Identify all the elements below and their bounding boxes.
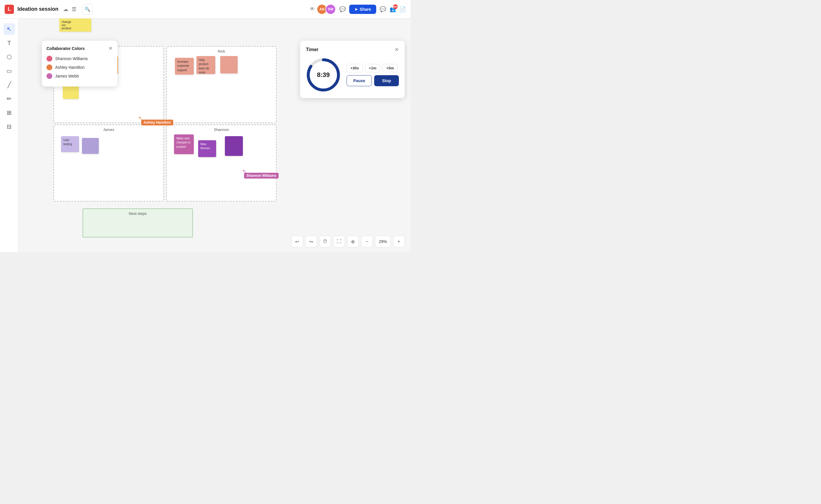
ashley-cursor-label: Ashley Hamilton	[141, 120, 173, 125]
history-button[interactable]: ⏱	[319, 236, 331, 247]
draw-tool[interactable]: ✏	[3, 93, 15, 105]
collab-panel-header: Collaborator Colors ✕	[46, 45, 113, 52]
collaborator-avatars: AH SW	[318, 4, 336, 15]
section-nick: Nick Increase customer support Help prod…	[166, 46, 276, 123]
select-tool[interactable]: ↖	[3, 23, 15, 35]
left-toolbar: ↖ T ⬡ ▭ ╱ ✏ ⊞ ⊟	[0, 19, 19, 252]
avatar-sw[interactable]: SW	[325, 4, 336, 15]
section-shannon: Shannon Make new changes to product New …	[166, 125, 276, 201]
text-tool[interactable]: T	[3, 37, 15, 49]
redo-button[interactable]: ↪	[305, 236, 317, 247]
collab-item-james: James Webb	[46, 73, 113, 79]
zoom-in-icon: +	[397, 239, 400, 244]
timer-header: Timer ✕	[306, 46, 399, 53]
shape-tool[interactable]: ⬡	[3, 51, 15, 63]
fullscreen-icon: ⛶	[337, 239, 341, 244]
collab-item-ashley: Ashley Hamilton	[46, 64, 113, 70]
stop-button[interactable]: Stop	[374, 75, 399, 86]
sticky-customer-support[interactable]: Increase customer support	[175, 58, 194, 75]
shannon-color-dot	[46, 56, 52, 62]
location-button[interactable]: ⊕	[347, 236, 359, 247]
canvas[interactable]: change our product Ashley Adjust comment…	[19, 19, 410, 252]
menu-icon[interactable]: ☰	[72, 6, 76, 12]
next-steps-label: Next steps	[83, 209, 192, 216]
sticky-new-themes[interactable]: New themes	[198, 140, 216, 157]
header: L Ideation session ☁ ☰ 🔍 👁 AH SW 💬 ➤ Sha…	[0, 0, 410, 19]
increment-1m[interactable]: +1m	[365, 64, 380, 72]
partial-sticky: change our product	[59, 19, 91, 32]
cloud-icon[interactable]: ☁	[63, 6, 68, 12]
comment-icon[interactable]: 💬	[339, 6, 346, 12]
page-title: Ideation session	[17, 6, 58, 12]
sticky-james-blank[interactable]	[82, 138, 99, 154]
team-icon[interactable]: 👥 9m	[389, 6, 396, 12]
zoom-out-button[interactable]: −	[361, 236, 373, 247]
shannon-collab-name: Shannon Williams	[55, 56, 88, 61]
eye-icon[interactable]: 👁	[310, 6, 315, 12]
search-button[interactable]: 🔍	[82, 4, 93, 15]
app-logo[interactable]: L	[5, 5, 14, 14]
sticky-user-testing[interactable]: User testing	[61, 136, 79, 152]
ashley-collab-name: Ashley Hamilton	[55, 65, 85, 70]
increment-30s[interactable]: +30s	[346, 64, 362, 72]
share-arrow-icon: ➤	[354, 7, 358, 12]
fullscreen-button[interactable]: ⛶	[333, 236, 345, 247]
bottom-toolbar: ↩ ↪ ⏱ ⛶ ⊕ − 29% +	[291, 236, 405, 247]
zoom-level: 29%	[375, 236, 391, 247]
sticky-shannon-blank[interactable]	[225, 136, 243, 156]
ashley-color-dot	[46, 64, 52, 70]
header-right: 👁 AH SW 💬 ➤ Share 💬 👥 9m 📄	[310, 4, 406, 15]
timer-body: 8:39 +30s +1m +5m Pause Stop	[306, 57, 399, 92]
ashley-cursor: ↖ Ashley Hamilton	[138, 115, 143, 121]
doc-icon[interactable]: 📄	[399, 6, 406, 12]
shannon-cursor: ↖ Shannon Williams	[242, 168, 247, 174]
history-icon: ⏱	[323, 239, 327, 244]
timer-display: 8:39	[317, 71, 330, 79]
james-color-dot	[46, 73, 52, 79]
sticky-make-changes[interactable]: Make new changes to product	[174, 134, 194, 154]
collab-item-shannon: Shannon Williams	[46, 56, 113, 62]
line-tool[interactable]: ╱	[3, 79, 15, 91]
next-steps-section: Next steps	[82, 208, 193, 237]
timer-circle: 8:39	[306, 57, 341, 92]
location-icon: ⊕	[351, 239, 355, 244]
pause-button[interactable]: Pause	[346, 75, 372, 86]
table-tool[interactable]: ⊟	[3, 121, 15, 132]
collaborator-colors-panel: Collaborator Colors ✕ Shannon Williams A…	[42, 41, 117, 87]
timer-close-button[interactable]: ✕	[394, 46, 399, 53]
zoom-out-icon: −	[365, 239, 368, 244]
james-collab-name: James Webb	[55, 74, 79, 78]
undo-icon: ↩	[295, 239, 299, 244]
redo-icon: ↪	[309, 239, 313, 244]
sticky-nick-blank[interactable]	[220, 56, 238, 73]
chat-icon[interactable]: 💬	[380, 6, 386, 12]
collab-panel-title: Collaborator Colors	[46, 46, 85, 51]
zoom-in-button[interactable]: +	[393, 236, 405, 247]
timer-controls: +30s +1m +5m Pause Stop	[346, 64, 399, 86]
search-icon: 🔍	[85, 6, 90, 12]
sticky-help-product[interactable]: Help product team do more	[196, 56, 215, 74]
collab-panel-close[interactable]: ✕	[108, 45, 113, 52]
timer-panel: Timer ✕ 8:39 +30s +1m +5m Pause Stop	[300, 41, 405, 98]
timer-title: Timer	[306, 47, 318, 52]
undo-button[interactable]: ↩	[291, 236, 303, 247]
notification-badge: 9m	[393, 4, 398, 9]
section-james-label: James	[103, 127, 114, 132]
grid-tool[interactable]: ⊞	[3, 107, 15, 118]
timer-increments: +30s +1m +5m	[346, 64, 399, 72]
share-button[interactable]: ➤ Share	[349, 5, 376, 14]
increment-5m[interactable]: +5m	[382, 64, 398, 72]
section-nick-label: Nick	[218, 49, 225, 53]
timer-action-buttons: Pause Stop	[346, 75, 399, 86]
rect-tool[interactable]: ▭	[3, 65, 15, 77]
section-james: James User testing	[53, 125, 164, 201]
section-shannon-label: Shannon	[214, 127, 229, 132]
shannon-cursor-label: Shannon Williams	[244, 173, 278, 179]
